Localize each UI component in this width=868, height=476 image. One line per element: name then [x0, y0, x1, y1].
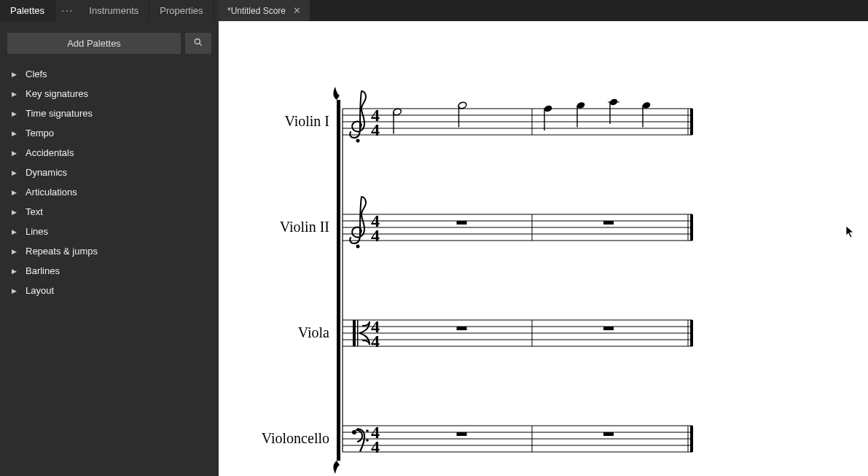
svg-rect-68 — [457, 432, 467, 436]
add-palettes-button[interactable]: Add Palettes — [7, 33, 181, 54]
palette-item-label: Barlines — [26, 265, 60, 276]
palette-item-label: Accidentals — [26, 147, 74, 158]
svg-point-23 — [356, 245, 360, 249]
close-icon[interactable]: ✕ — [293, 5, 301, 16]
chevron-right-icon: ▶ — [12, 248, 17, 255]
palette-item-label: Text — [26, 206, 43, 217]
svg-point-46 — [352, 430, 356, 434]
palette-item-label: Articulations — [26, 187, 77, 198]
palette-item-time-signatures[interactable]: ▶Time signatures — [0, 104, 219, 123]
palette-item-label: Dynamics — [26, 167, 67, 178]
svg-rect-35 — [357, 320, 359, 346]
palette-item-label: Repeats & jumps — [26, 246, 98, 257]
doc-tab-untitled[interactable]: *Untitled Score ✕ — [219, 0, 310, 21]
chevron-right-icon: ▶ — [12, 71, 17, 78]
svg-rect-11 — [690, 109, 693, 135]
svg-rect-22 — [690, 214, 693, 241]
palette-item-label: Lines — [26, 226, 48, 237]
palette-item-articulations[interactable]: ▶Articulations — [0, 182, 219, 202]
palette-item-key-signatures[interactable]: ▶Key signatures — [0, 84, 219, 104]
doc-tabs: *Untitled Score ✕ — [219, 0, 868, 21]
chevron-right-icon: ▶ — [12, 228, 17, 235]
palette-item-repeats-jumps[interactable]: ▶Repeats & jumps — [0, 241, 219, 261]
svg-rect-65 — [603, 221, 614, 225]
chevron-right-icon: ▶ — [12, 189, 17, 196]
tab-more-icon[interactable]: ··· — [55, 0, 79, 21]
svg-text:4: 4 — [371, 226, 380, 245]
svg-line-1 — [199, 43, 201, 45]
tab-instruments[interactable]: Instruments — [79, 0, 149, 21]
search-button[interactable] — [185, 33, 211, 54]
svg-rect-69 — [603, 432, 614, 436]
chevron-right-icon: ▶ — [12, 149, 17, 157]
palette-item-clefs[interactable]: ▶Clefs — [0, 64, 219, 84]
chevron-right-icon: ▶ — [12, 130, 17, 137]
search-icon — [193, 37, 203, 50]
panel-tabs: Palettes ··· Instruments Properties — [0, 0, 219, 21]
palette-item-label: Tempo — [26, 128, 54, 138]
svg-text:4: 4 — [371, 437, 380, 456]
svg-rect-34 — [353, 320, 356, 346]
svg-rect-33 — [690, 320, 693, 346]
palette-item-label: Time signatures — [26, 108, 93, 119]
chevron-right-icon: ▶ — [12, 268, 17, 275]
sidebar: Add Palettes ▶Clefs▶Key signatures▶Time … — [0, 21, 219, 476]
tab-palettes[interactable]: Palettes — [0, 0, 55, 21]
svg-rect-64 — [457, 221, 467, 225]
palette-item-lines[interactable]: ▶Lines — [0, 222, 219, 241]
palette-list: ▶Clefs▶Key signatures▶Time signatures▶Te… — [0, 61, 219, 300]
chevron-right-icon: ▶ — [12, 110, 17, 117]
palette-item-dynamics[interactable]: ▶Dynamics — [0, 163, 219, 182]
palette-item-text[interactable]: ▶Text — [0, 202, 219, 222]
chevron-right-icon: ▶ — [12, 287, 17, 294]
palette-item-accidentals[interactable]: ▶Accidentals — [0, 143, 219, 163]
palette-item-label: Clefs — [26, 69, 47, 79]
chevron-right-icon: ▶ — [12, 208, 17, 216]
palette-item-label: Key signatures — [26, 88, 88, 99]
svg-rect-45 — [690, 426, 693, 452]
palette-item-layout[interactable]: ▶Layout — [0, 281, 219, 300]
doc-tab-title: *Untitled Score — [227, 6, 286, 16]
svg-point-48 — [366, 439, 369, 442]
score-canvas[interactable]: Violin I44Violin II44Viola44Violoncello4… — [219, 21, 868, 476]
palette-item-barlines[interactable]: ▶Barlines — [0, 261, 219, 281]
tab-properties[interactable]: Properties — [149, 0, 214, 21]
instrument-label: Violin I — [284, 113, 329, 129]
instrument-label: Viola — [298, 324, 329, 340]
svg-rect-66 — [457, 327, 467, 330]
svg-point-47 — [366, 429, 369, 432]
chevron-right-icon: ▶ — [12, 169, 17, 176]
svg-rect-67 — [603, 327, 614, 330]
chevron-right-icon: ▶ — [12, 90, 17, 98]
instrument-label: Violin II — [280, 219, 329, 235]
instrument-label: Violoncello — [262, 430, 329, 446]
svg-text:4: 4 — [371, 120, 380, 139]
svg-rect-2 — [337, 100, 340, 461]
svg-text:4: 4 — [371, 332, 380, 351]
palette-item-tempo[interactable]: ▶Tempo — [0, 123, 219, 143]
palette-item-label: Layout — [26, 285, 54, 296]
svg-point-12 — [356, 139, 360, 143]
svg-point-0 — [195, 39, 200, 44]
